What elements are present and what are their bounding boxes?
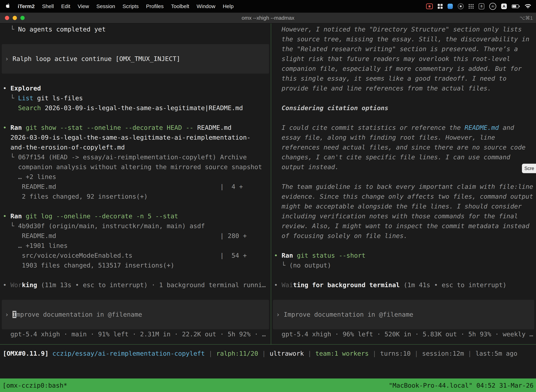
- menu-item-window[interactable]: Window: [193, 3, 219, 9]
- text-span: Wor: [10, 281, 22, 289]
- text-span: I: [13, 311, 16, 318]
- menu-item-view[interactable]: View: [74, 3, 93, 9]
- text-span: |: [411, 350, 422, 357]
- text-span: and: [499, 124, 514, 131]
- dots-grid-icon[interactable]: [469, 4, 474, 9]
- menu-item-scripts[interactable]: Scripts: [119, 3, 143, 9]
- key-8-icon[interactable]: 8: [479, 3, 484, 9]
- record-dot: [429, 5, 431, 7]
- menu-item-edit[interactable]: Edit: [57, 3, 74, 9]
- menu-item-session[interactable]: Session: [93, 3, 119, 9]
- session-stats-left: gpt-5.4 xhigh · main · 91% left · 2.31M …: [0, 329, 271, 339]
- right-pane[interactable]: However, I noticed the "Directory Struct…: [271, 23, 536, 344]
- menu-item-help[interactable]: Help: [219, 3, 237, 9]
- terminal-row: this single essay, it seems like a good …: [271, 74, 536, 84]
- text-span: turns:10: [380, 350, 411, 357]
- terminal-row: slight risk that future readers may over…: [271, 54, 536, 64]
- ran-git-status: • Ran git status --short: [271, 251, 536, 261]
- terminal-row: references need actual files, and since …: [271, 142, 536, 152]
- text-span: last:5m ago: [475, 350, 517, 357]
- screen-notification-sliver[interactable]: Scre: [522, 164, 536, 173]
- terminal-row: companion file, especially if more comme…: [271, 64, 536, 74]
- text-span: [OMX#0.11.9]: [3, 350, 53, 357]
- text-span: essay file, along with finding root file…: [274, 134, 495, 141]
- apple-menu[interactable]: [3, 3, 14, 9]
- ralph-inject-box[interactable]: › Ralph loop active continue [OMX_TMUX_I…: [2, 44, 269, 74]
- text-span: companion analysis without altering the …: [3, 163, 262, 171]
- text-span: [3, 104, 18, 112]
- working-status-line: • Working (11m 13s • esc to interrupt) ·…: [0, 280, 271, 290]
- text-span: ralph:11/20: [216, 350, 258, 357]
- apple-logo-icon: [6, 3, 10, 9]
- text-span: README.md | 4 +: [3, 183, 243, 190]
- terminal-row: 2 files changed, 92 insertions(+): [0, 191, 271, 201]
- left-pane[interactable]: └ No agents completed yet› Ralph loop ac…: [0, 23, 271, 344]
- window-grid-icon[interactable]: [438, 4, 443, 9]
- text-span: companion file, especially if more comme…: [274, 65, 522, 72]
- terminal-row: output instead.: [271, 162, 536, 172]
- text-span: (no output): [289, 262, 331, 269]
- text-span: the "Related research writing" section i…: [274, 45, 518, 52]
- menu-item-shell[interactable]: Shell: [38, 3, 57, 9]
- text-span: output instead.: [274, 163, 339, 171]
- text-span: evidence. Since this change only affects…: [274, 193, 533, 200]
- terminal-row: … +1901 lines: [0, 241, 271, 251]
- text-span: gpt-5.4 xhigh · 96% left · 520K in · 5.8…: [274, 331, 533, 338]
- minimize-window-button[interactable]: [13, 16, 17, 20]
- terminal-row: I could cite commit statistics or refere…: [271, 123, 536, 133]
- prompt-input-left[interactable]: › Improve documentation in @filename: [2, 300, 269, 329]
- terminal-row: └ 4b9d30f (origin/main, instructkr/main,…: [0, 221, 271, 231]
- wifi-icon[interactable]: [525, 4, 531, 9]
- input-source-icon[interactable]: A: [501, 4, 507, 9]
- agents-status-line: └ No agents completed yet: [0, 24, 271, 34]
- close-window-button[interactable]: [5, 16, 9, 20]
- terminal-row: provide file and line references from th…: [271, 84, 536, 93]
- text-span: 2026-03-09-is-legal-the-same-as-legitima…: [3, 134, 251, 141]
- battery-icon[interactable]: [512, 4, 520, 9]
- ran-git-show: • Ran git show --stat --oneline --decora…: [0, 123, 271, 133]
- text-span: and-the-erosion-of-copyleft.md: [3, 144, 125, 151]
- blank-line: [271, 172, 536, 182]
- text-span: I could cite commit statistics or refere…: [274, 124, 464, 131]
- text-span: session:12m: [422, 350, 464, 357]
- tmux-session-name: [omx-cczip0:bash*: [2, 382, 67, 389]
- terminal-row: essay file, along with finding root file…: [271, 133, 536, 142]
- app-blue-icon[interactable]: [448, 4, 453, 9]
- text-span: review. Also, I might want to inspect th…: [274, 222, 529, 229]
- text-span: … +1901 lines: [3, 242, 67, 249]
- text-span: including verification notes with those …: [274, 213, 518, 220]
- zoom-window-button[interactable]: [20, 16, 25, 20]
- terminal-row: └ (no output): [271, 261, 536, 270]
- blank-line: [0, 290, 271, 300]
- terminal-row: of focusing solely on file lines.: [271, 231, 536, 241]
- terminal-row: companion analysis without altering the …: [0, 162, 271, 172]
- text-span: Ran: [282, 252, 293, 259]
- menu-item-profiles[interactable]: Profiles: [142, 3, 167, 9]
- text-span: •: [274, 252, 282, 259]
- window-title: omx --xhigh --madmax: [0, 15, 536, 21]
- screen-recording-icon[interactable]: [426, 4, 433, 9]
- text-span: Wai: [282, 281, 293, 289]
- menu-item-iterm2[interactable]: iTerm2: [14, 3, 38, 9]
- app-dark-circle-icon[interactable]: [458, 3, 464, 9]
- battery-ring-icon[interactable]: .61: [489, 3, 496, 10]
- text-span: ›: [5, 55, 13, 62]
- text-span: git status --short: [297, 252, 365, 259]
- terminal-row: src/voice/voiceModeEnabled.ts | 54 +: [0, 251, 271, 261]
- text-span: └: [3, 94, 18, 102]
- text-span: cczip/essay/ai-reimplementation-copyleft: [53, 350, 205, 357]
- text-span: |: [464, 350, 475, 357]
- text-span: List: [18, 94, 34, 102]
- text-span: README.md: [464, 124, 499, 131]
- prompt-input-right[interactable]: › Improve documentation in @filename: [273, 300, 534, 329]
- terminal-row: … +2 lines: [0, 172, 271, 182]
- tmux-host-clock: "MacBook-Pro-44.local" 04:52 31-Mar-26: [389, 382, 534, 389]
- text-span: •: [3, 124, 10, 131]
- text-span: git ls-files: [33, 94, 83, 102]
- terminal-row: the "Related research writing" section i…: [271, 44, 536, 54]
- blank-line: [0, 34, 271, 44]
- session-stats-right: gpt-5.4 xhigh · 96% left · 520K in · 5.8…: [271, 329, 536, 339]
- menu-item-toolbelt[interactable]: Toolbelt: [168, 3, 193, 9]
- macos-menubar: iTerm2ShellEditViewSessionScriptsProfile…: [0, 0, 536, 13]
- window-titlebar: omx --xhigh --madmax ⌥⌘1: [0, 13, 536, 23]
